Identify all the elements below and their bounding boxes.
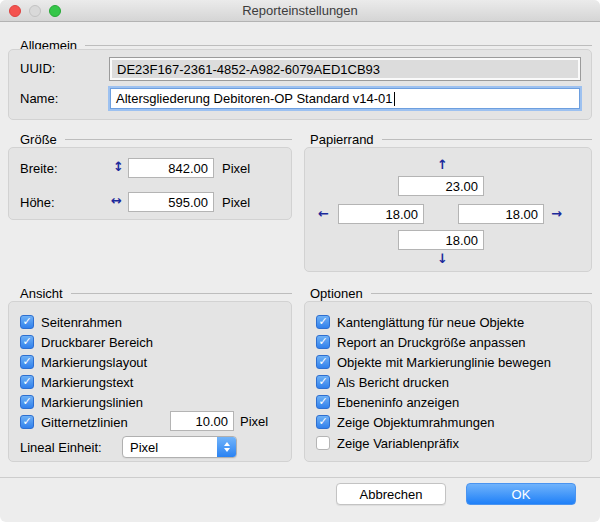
variablenpraefix-checkbox[interactable]: ✓ [316,436,330,450]
checkbox-row-ebeneninfo: ✓ Ebeneninfo anzeigen [316,394,459,410]
hoehe-value: 595.00 [168,195,208,210]
checkbox-row-als-bericht: ✓ Als Bericht drucken [316,374,449,390]
popup-selected-value: Pixel [123,440,217,455]
zoom-button-icon[interactable] [49,5,61,17]
heading-rule [382,139,592,140]
hoehe-input[interactable]: 595.00 [128,192,214,212]
margin-right-arrow-icon: → [551,207,562,221]
margin-bottom-input[interactable]: 18.00 [398,230,484,250]
checkbox-label: Gitternetzlinien [41,415,128,430]
gitternetz-input[interactable]: 10.00 [170,411,234,431]
markierungslayout-checkbox[interactable]: ✓ [20,355,34,369]
ok-button[interactable]: OK [466,483,576,505]
margin-top-input[interactable]: 23.00 [398,176,484,196]
checkbox-label: Markierungslinien [41,395,143,410]
check-icon: ✓ [318,335,327,349]
group-title-ansicht: Ansicht [20,286,63,301]
group-title-papierrand: Papierrand [310,132,374,147]
breite-value: 842.00 [168,161,208,176]
uuid-value: DE23F167-2361-4852-A982-6079AED1CB93 [117,62,380,77]
checkbox-label: Objekte mit Markierunglinie bewegen [337,355,551,370]
check-icon: ✓ [22,375,31,389]
checkbox-row-objekte-bewegen: ✓ Objekte mit Markierunglinie bewegen [316,354,551,370]
checkbox-row-seitenrahmen: ✓ Seitenrahmen [20,314,122,330]
footer-separator [0,477,600,478]
als-bericht-checkbox[interactable]: ✓ [316,375,330,389]
cancel-button[interactable]: Abbrechen [336,483,446,505]
druckbarer-bereich-checkbox[interactable]: ✓ [20,335,34,349]
checkbox-label: Markierungstext [41,375,133,390]
margin-left-value: 18.00 [385,207,418,222]
checkbox-row-variablenpraefix: ✓ Zeige Variablenpräfix [316,435,459,451]
report-settings-dialog: Reporteinstellungen Allgemein UUID: DE23… [0,0,600,522]
heading-rule [371,293,592,294]
margin-bottom-arrow-icon: ↓ [437,252,448,266]
gitternetz-value: 10.00 [195,414,228,429]
checkbox-label: Report an Druckgröße anpassen [337,335,526,350]
gitternetz-unit-label: Pixel [240,414,268,430]
checkbox-row-report-anpassen: ✓ Report an Druckgröße anpassen [316,334,526,350]
vertical-arrows-icon: ↕ [113,160,124,174]
check-icon: ✓ [318,415,327,429]
uuid-label: UUID: [20,61,55,77]
popup-chevrons-icon [217,437,236,457]
heading-rule [65,139,292,140]
objekte-bewegen-checkbox[interactable]: ✓ [316,355,330,369]
checkbox-label: Druckbarer Bereich [41,335,153,350]
check-icon: ✓ [22,335,31,349]
checkbox-label: Kantenglättung für neue Objekte [337,315,524,330]
checkbox-row-kantenglaettung: ✓ Kantenglättung für neue Objekte [316,314,524,330]
check-icon: ✓ [22,355,31,369]
check-icon: ✓ [318,395,327,409]
check-icon: ✓ [22,395,31,409]
heading-rule [85,45,592,46]
checkbox-row-druckbarer-bereich: ✓ Druckbarer Bereich [20,334,153,350]
name-value: Altersgliederung Debitoren-OP Standard v… [116,91,393,106]
checkbox-label: Zeige Objektumrahmungen [337,415,495,430]
margin-top-arrow-icon: ↑ [437,158,448,172]
checkbox-label: Seitenrahmen [41,315,122,330]
markierungslinien-checkbox[interactable]: ✓ [20,395,34,409]
papierrand-heading: Papierrand [310,131,592,147]
lineal-einheit-label: Lineal Einheit: [20,440,102,456]
kantenglaettung-checkbox[interactable]: ✓ [316,315,330,329]
group-title-groesse: Größe [20,132,57,147]
lineal-einheit-popup[interactable]: Pixel [122,436,237,458]
text-caret [394,92,395,106]
checkbox-row-markierungstext: ✓ Markierungstext [20,374,133,390]
checkbox-label: Als Bericht drucken [337,375,449,390]
markierungstext-checkbox[interactable]: ✓ [20,375,34,389]
objektumrahmungen-checkbox[interactable]: ✓ [316,415,330,429]
margin-right-input[interactable]: 18.00 [458,204,544,224]
check-icon: ✓ [318,355,327,369]
breite-input[interactable]: 842.00 [128,158,214,178]
ebeneninfo-checkbox[interactable]: ✓ [316,395,330,409]
checkbox-label: Markierungslayout [41,355,147,370]
check-icon: ✓ [22,415,31,429]
group-title-optionen: Optionen [310,286,363,301]
hoehe-label: Höhe: [20,195,55,211]
name-label: Name: [20,91,58,107]
hoehe-unit-label: Pixel [222,195,250,211]
checkbox-label: Ebeneninfo anzeigen [337,395,459,410]
window-title: Reporteinstellungen [0,0,600,22]
gitternetzlinien-checkbox[interactable]: ✓ [20,415,34,429]
horizontal-arrows-icon: ↔ [111,194,122,208]
uuid-field: DE23F167-2361-4852-A982-6079AED1CB93 [110,58,580,80]
name-input[interactable]: Altersgliederung Debitoren-OP Standard v… [110,88,580,109]
close-button-icon[interactable] [9,5,21,17]
minimize-button-icon [29,5,41,17]
margin-right-value: 18.00 [505,207,538,222]
check-icon: ✓ [318,375,327,389]
groesse-heading: Größe [20,131,292,147]
seitenrahmen-checkbox[interactable]: ✓ [20,315,34,329]
report-anpassen-checkbox[interactable]: ✓ [316,335,330,349]
checkbox-row-markierungslayout: ✓ Markierungslayout [20,354,147,370]
checkbox-label: Zeige Variablenpräfix [337,436,459,451]
heading-rule [71,293,292,294]
margin-left-input[interactable]: 18.00 [338,204,424,224]
margin-bottom-value: 18.00 [445,233,478,248]
title-bar: Reporteinstellungen [0,0,600,22]
breite-label: Breite: [20,161,58,177]
ansicht-heading: Ansicht [20,285,292,301]
